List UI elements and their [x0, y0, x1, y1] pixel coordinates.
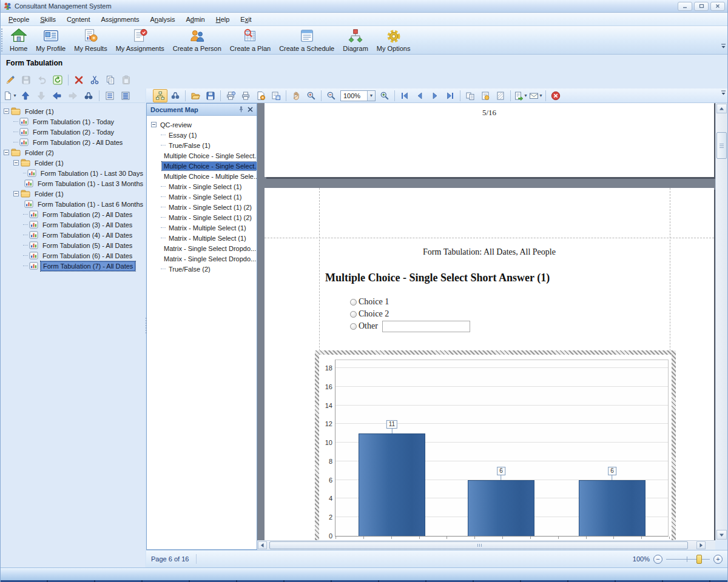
- export-button[interactable]: ▾: [513, 89, 528, 102]
- combo-dropdown-icon[interactable]: ▼: [367, 91, 375, 101]
- new-item-button[interactable]: ▾: [2, 89, 17, 102]
- list-view-button[interactable]: [103, 89, 117, 102]
- folder-tree-item[interactable]: Folder (2): [1, 147, 145, 158]
- radio-button-icon[interactable]: [350, 311, 357, 318]
- menu-exit[interactable]: Exit: [235, 14, 257, 25]
- folder-tree-item[interactable]: Form Tabulation (5) - All Dates: [1, 240, 145, 250]
- horizontal-scrollbar[interactable]: [257, 540, 715, 550]
- zoom-out-button[interactable]: −: [653, 555, 662, 564]
- refresh-button[interactable]: [50, 73, 65, 87]
- document-map-item[interactable]: Matrix - Single Select (1) (2): [147, 212, 257, 222]
- zoom-level-combobox[interactable]: 100%▼: [340, 90, 376, 101]
- document-map-item[interactable]: Essay (1): [147, 130, 257, 140]
- open-file-button[interactable]: [188, 89, 203, 102]
- my-profile-button[interactable]: My Profile: [32, 26, 70, 54]
- zoom-select-button[interactable]: [304, 89, 318, 102]
- document-map-item[interactable]: Multiple Choice - Single Select...: [147, 161, 257, 171]
- folder-tree-item[interactable]: Form Tabulation (7) - All Dates: [1, 261, 145, 271]
- page-setup-button[interactable]: [223, 89, 238, 102]
- menu-help[interactable]: Help: [211, 14, 235, 25]
- document-map-item[interactable]: Matrix - Single Select (1): [147, 192, 257, 202]
- cut-button[interactable]: [87, 73, 102, 87]
- create-a-person-button[interactable]: Create a Person: [169, 26, 226, 54]
- other-answer-input[interactable]: [382, 321, 470, 332]
- hand-tool-button[interactable]: [289, 89, 303, 102]
- vertical-scrollbar[interactable]: [715, 103, 727, 540]
- zoom-out-button[interactable]: [324, 89, 339, 102]
- scroll-left-arrow[interactable]: [258, 541, 267, 549]
- horizontal-scroll-thumb[interactable]: [269, 541, 688, 549]
- scroll-down-arrow[interactable]: [716, 530, 727, 540]
- menu-content[interactable]: Content: [61, 14, 96, 25]
- document-map-item[interactable]: Matrix - Single Select (1): [147, 181, 257, 192]
- folder-tree-item[interactable]: Form Tabulation (1) - Last 3 Months: [1, 178, 145, 189]
- toolbar-overflow-button[interactable]: [719, 90, 727, 101]
- toolbar-overflow-button[interactable]: [719, 26, 727, 54]
- document-map-item[interactable]: Multiple Choice - Multiple Sele...: [147, 171, 257, 181]
- page-color-button[interactable]: [478, 89, 493, 102]
- tree-expander-icon[interactable]: [13, 160, 19, 166]
- folder-tree-item[interactable]: Form Tabulation (6) - All Dates: [1, 250, 145, 261]
- zoom-slider[interactable]: [666, 555, 710, 564]
- tree-expander-icon[interactable]: [4, 150, 9, 155]
- move-left-button[interactable]: [50, 89, 64, 102]
- multi-page-view-button[interactable]: [463, 89, 477, 102]
- menu-assignments[interactable]: Assignments: [96, 14, 145, 25]
- maximize-button[interactable]: [694, 2, 709, 11]
- folder-tree-item[interactable]: Form Tabulation (1) - Last 30 Days: [1, 168, 145, 178]
- document-map-item[interactable]: True/False (1): [147, 140, 257, 150]
- scroll-up-arrow[interactable]: [716, 104, 727, 113]
- close-button[interactable]: [710, 2, 725, 11]
- zoom-in-button[interactable]: [377, 89, 392, 102]
- prev-page-button[interactable]: [413, 89, 427, 102]
- vertical-scroll-thumb[interactable]: [716, 132, 727, 159]
- print-options-button[interactable]: [254, 89, 268, 102]
- document-map-item[interactable]: Multiple Choice - Single Select...: [147, 150, 257, 161]
- move-up-button[interactable]: [18, 89, 33, 102]
- my-options-button[interactable]: My Options: [372, 26, 415, 54]
- first-page-button[interactable]: [397, 89, 412, 102]
- panel-splitter[interactable]: [145, 89, 146, 567]
- my-results-button[interactable]: My Results: [70, 26, 111, 54]
- document-map-toggle-button[interactable]: [153, 89, 167, 102]
- document-map-item[interactable]: QC-review: [147, 119, 257, 130]
- create-a-plan-button[interactable]: Create a Plan: [226, 26, 275, 54]
- delete-button[interactable]: [72, 73, 86, 87]
- diagram-button[interactable]: Diagram: [339, 26, 372, 54]
- document-map-item[interactable]: Matrix - Single Select Dropdo...: [147, 253, 257, 264]
- folder-tree-item[interactable]: Folder (1): [1, 158, 145, 168]
- scale-page-button[interactable]: [269, 89, 283, 102]
- folder-tree-item[interactable]: Folder (1): [1, 189, 145, 199]
- tree-expander-icon[interactable]: [13, 191, 19, 196]
- folder-tree-item[interactable]: Form Tabulation (1) - Last 6 Months: [1, 199, 145, 209]
- menu-people[interactable]: People: [3, 14, 35, 25]
- find-button[interactable]: [81, 89, 96, 102]
- document-map-item[interactable]: Matrix - Single Select Dropdo...: [147, 243, 257, 253]
- document-map-item[interactable]: Matrix - Single Select (1) (2): [147, 202, 257, 212]
- document-map-item[interactable]: Matrix - Multiple Select (1): [147, 222, 257, 233]
- document-map-item[interactable]: True/False (2): [147, 264, 257, 274]
- send-email-button[interactable]: ▾: [528, 89, 543, 102]
- menu-analysis[interactable]: Analysis: [145, 14, 181, 25]
- tree-expander-icon[interactable]: [4, 109, 9, 114]
- copy-button[interactable]: [103, 73, 118, 87]
- pin-icon[interactable]: [237, 105, 246, 114]
- scroll-right-arrow[interactable]: [696, 541, 706, 549]
- folder-tree-item[interactable]: Form Tabulation (2) - All Dates: [1, 137, 145, 147]
- menu-admin[interactable]: Admin: [180, 14, 210, 25]
- radio-button-icon[interactable]: [350, 299, 357, 306]
- dropdown-arrow-icon[interactable]: ▾: [539, 93, 542, 98]
- minimize-button[interactable]: [678, 2, 692, 11]
- details-view-button[interactable]: [118, 89, 133, 102]
- search-button[interactable]: [168, 89, 183, 102]
- watermark-button[interactable]: [493, 89, 508, 102]
- dropdown-arrow-icon[interactable]: ▾: [13, 93, 16, 98]
- my-assignments-button[interactable]: My Assignments: [112, 26, 169, 54]
- close-panel-icon[interactable]: [246, 105, 255, 114]
- print-button[interactable]: [238, 89, 253, 102]
- home-button[interactable]: Home: [5, 26, 32, 54]
- stop-button[interactable]: [548, 89, 563, 102]
- save-report-button[interactable]: [203, 89, 218, 102]
- create-a-schedule-button[interactable]: Create a Schedule: [275, 26, 339, 54]
- folder-tree-item[interactable]: Form Tabulation (1) - Today: [1, 116, 145, 127]
